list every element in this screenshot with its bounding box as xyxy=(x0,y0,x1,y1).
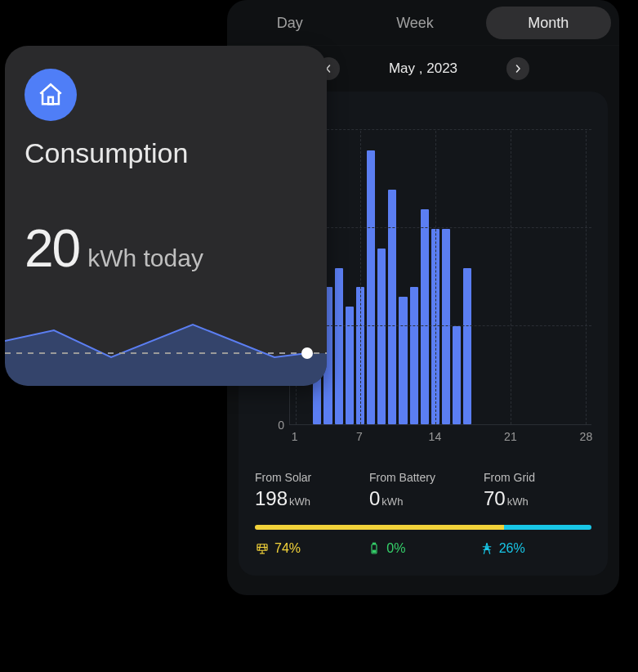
bar-slot xyxy=(496,131,504,424)
consumption-sparkline xyxy=(5,312,327,386)
source-solar-value: 198 xyxy=(255,487,288,510)
svg-rect-7 xyxy=(373,543,376,544)
bar-slot xyxy=(410,131,418,424)
tower-icon xyxy=(480,541,494,556)
svg-line-2 xyxy=(259,544,261,551)
bar-slot xyxy=(560,131,569,424)
consumption-value: 20 xyxy=(25,218,79,279)
x-tick: 14 xyxy=(429,430,442,443)
bar-slot xyxy=(442,131,450,424)
chart-bars xyxy=(290,131,591,424)
bar-slot xyxy=(346,131,354,424)
bar-slot xyxy=(528,131,536,424)
source-battery: From Battery 0 kWh xyxy=(369,471,477,510)
source-percent-row: 74% 0% 26% xyxy=(255,541,591,556)
svg-point-11 xyxy=(301,347,313,359)
consumption-unit-label: kWh today xyxy=(87,244,203,272)
tab-week[interactable]: Week xyxy=(352,7,477,39)
bar-slot xyxy=(421,131,429,424)
consumption-card: Consumption 20 kWh today xyxy=(5,46,327,386)
x-tick: 28 xyxy=(580,430,593,443)
bar-slot xyxy=(335,131,343,424)
bar-slot xyxy=(463,131,471,424)
source-solar: From Solar 198 kWh xyxy=(255,471,363,510)
chart-bar[interactable] xyxy=(367,150,375,424)
source-battery-value: 0 xyxy=(369,487,380,510)
source-progress-bar xyxy=(255,525,591,530)
x-tick: 1 xyxy=(292,430,298,443)
source-grid-value: 70 xyxy=(484,487,506,510)
bar-slot xyxy=(367,131,375,424)
chevron-right-icon xyxy=(514,65,522,73)
progress-segment xyxy=(504,525,591,530)
battery-icon xyxy=(367,541,381,556)
bar-slot xyxy=(571,131,579,424)
period-tabs: Day Week Month xyxy=(227,0,619,46)
consumption-value-row: 20 kWh today xyxy=(25,218,307,279)
chart-plot xyxy=(289,131,591,425)
chart-bar[interactable] xyxy=(453,326,461,424)
bar-slot xyxy=(549,131,557,424)
percent-solar-value: 74% xyxy=(274,541,301,556)
tab-month[interactable]: Month xyxy=(486,7,611,39)
chart-bar[interactable] xyxy=(335,268,343,424)
home-icon xyxy=(25,69,77,121)
date-label: May , 2023 xyxy=(389,60,457,77)
svg-line-3 xyxy=(264,544,265,551)
chart-bar[interactable] xyxy=(346,307,354,424)
chart-bar[interactable] xyxy=(377,249,386,424)
consumption-title: Consumption xyxy=(25,137,307,169)
source-grid-unit: kWh xyxy=(507,495,529,508)
solar-panel-icon xyxy=(255,541,270,556)
y-tick: 0 xyxy=(278,419,284,432)
chart-bar[interactable] xyxy=(399,297,407,424)
house-icon xyxy=(37,81,65,109)
chart-bar[interactable] xyxy=(463,268,471,424)
chart-y-axis-label: h xyxy=(312,108,591,123)
percent-battery-value: 0% xyxy=(386,541,405,556)
x-tick: 21 xyxy=(504,430,517,443)
chart-bar[interactable] xyxy=(421,209,429,424)
percent-grid: 26% xyxy=(480,541,591,556)
percent-grid-value: 26% xyxy=(499,541,525,556)
chart-bar[interactable] xyxy=(442,229,450,424)
tab-day[interactable]: Day xyxy=(227,7,352,39)
bar-slot xyxy=(485,131,493,424)
svg-rect-9 xyxy=(48,97,53,105)
svg-rect-8 xyxy=(373,550,376,552)
percent-battery: 0% xyxy=(367,541,479,556)
bar-slot xyxy=(453,131,461,424)
x-tick: 7 xyxy=(356,430,363,443)
bar-slot xyxy=(399,131,407,424)
chart-bar[interactable] xyxy=(388,190,396,424)
bar-slot xyxy=(517,131,525,424)
source-solar-label: From Solar xyxy=(255,471,363,484)
bar-slot xyxy=(474,131,482,424)
chart-x-axis: 17142128 xyxy=(289,430,591,446)
source-grid: From Grid 70 kWh xyxy=(484,471,591,510)
percent-solar: 74% xyxy=(255,541,367,556)
next-month-button[interactable] xyxy=(506,57,529,80)
bar-slot xyxy=(377,131,386,424)
source-summary: From Solar 198 kWh From Battery 0 kWh Fr… xyxy=(255,471,591,510)
chart-bar[interactable] xyxy=(410,287,418,424)
source-grid-label: From Grid xyxy=(484,471,591,484)
bar-slot xyxy=(538,131,547,424)
bar-slot xyxy=(388,131,396,424)
source-solar-unit: kWh xyxy=(289,495,310,508)
progress-segment xyxy=(255,525,504,530)
source-battery-label: From Battery xyxy=(369,471,477,484)
source-battery-unit: kWh xyxy=(381,495,403,508)
